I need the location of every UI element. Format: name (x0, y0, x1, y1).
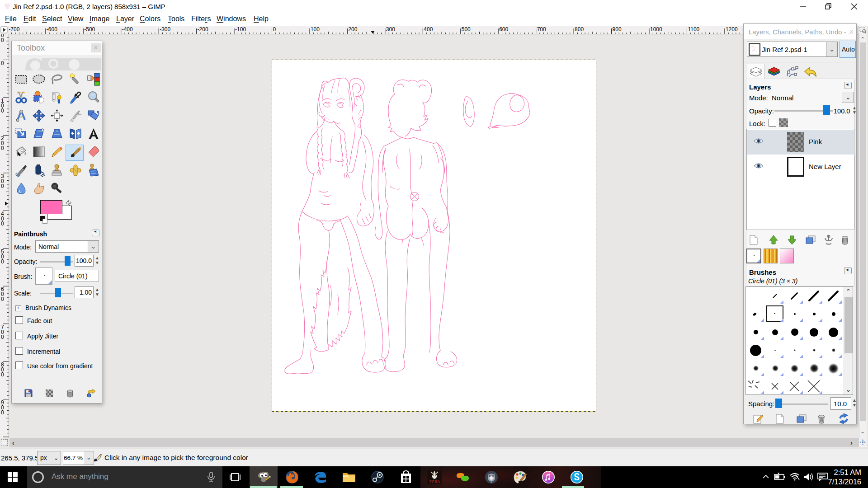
svg-text:TERA: TERA (429, 479, 440, 484)
